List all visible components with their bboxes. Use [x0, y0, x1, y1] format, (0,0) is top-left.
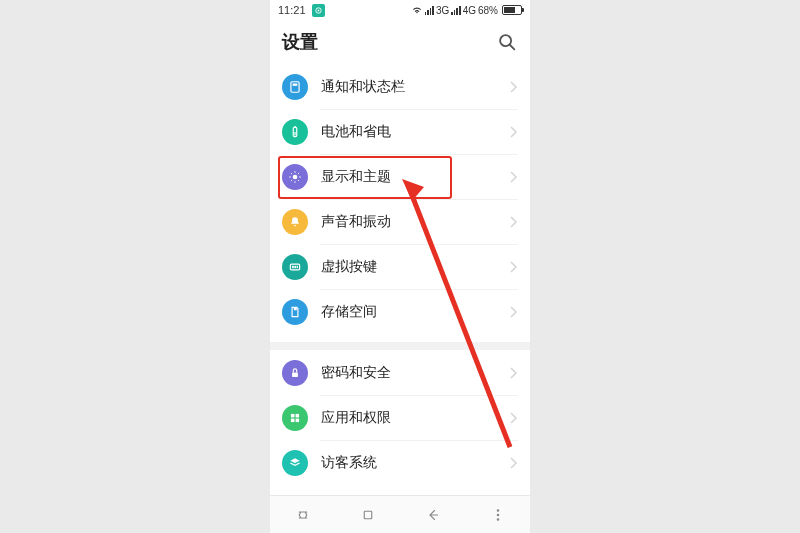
row-label: 存储空间	[321, 303, 510, 321]
svg-line-17	[291, 179, 292, 180]
nav-home-icon[interactable]	[359, 506, 377, 524]
row-label: 密码和安全	[321, 364, 510, 382]
svg-point-9	[293, 174, 298, 179]
signal-4g-icon	[451, 6, 460, 15]
svg-rect-4	[291, 81, 299, 92]
svg-rect-30	[364, 511, 372, 519]
row-security[interactable]: 密码和安全	[270, 350, 530, 395]
chevron-right-icon	[510, 367, 518, 379]
chevron-right-icon	[510, 412, 518, 424]
row-label: 虚拟按键	[321, 258, 510, 276]
search-icon[interactable]	[496, 31, 518, 53]
svg-rect-21	[294, 265, 296, 267]
svg-rect-24	[292, 372, 298, 377]
nav-menu-icon[interactable]	[489, 506, 507, 524]
nav-back-icon[interactable]	[424, 506, 442, 524]
svg-rect-5	[293, 83, 298, 85]
svg-rect-8	[294, 132, 295, 136]
settings-group-2: 密码和安全 应用和权限 访客系统	[270, 350, 530, 485]
status-right: 3G 4G 68%	[411, 4, 522, 16]
header: 设置	[270, 20, 530, 64]
row-battery[interactable]: 电池和省电	[270, 109, 530, 154]
settings-group-1: 通知和状态栏 电池和省电 显示和主题 声音和振动 虚拟按键 存储空间	[270, 64, 530, 334]
row-guest[interactable]: 访客系统	[270, 440, 530, 485]
svg-line-16	[298, 172, 299, 173]
chevron-right-icon	[510, 457, 518, 469]
battery-icon	[502, 5, 522, 15]
svg-rect-28	[296, 418, 300, 422]
row-apps[interactable]: 应用和权限	[270, 395, 530, 440]
chevron-right-icon	[510, 261, 518, 273]
guest-icon	[282, 450, 308, 476]
phone-screen: 11:21 3G 4G 68% 设置 通知和状态栏 电池和省电	[270, 0, 530, 533]
row-label: 声音和振动	[321, 213, 510, 231]
row-display[interactable]: 显示和主题	[270, 154, 530, 199]
svg-point-31	[497, 509, 499, 511]
nav-recent-icon[interactable]	[294, 506, 312, 524]
status-app-icon	[312, 4, 325, 17]
system-navbar	[270, 495, 530, 533]
svg-line-15	[298, 179, 299, 180]
chevron-right-icon	[510, 171, 518, 183]
svg-rect-23	[294, 307, 297, 310]
svg-line-14	[291, 172, 292, 173]
row-label: 显示和主题	[321, 168, 510, 186]
notifications-icon	[282, 74, 308, 100]
signal-3g-label: 3G	[436, 5, 449, 16]
row-navkeys[interactable]: 虚拟按键	[270, 244, 530, 289]
svg-point-1	[317, 9, 319, 11]
svg-rect-7	[294, 126, 296, 127]
security-icon	[282, 360, 308, 386]
sound-icon	[282, 209, 308, 235]
svg-point-32	[497, 514, 499, 516]
row-label: 通知和状态栏	[321, 78, 510, 96]
battery-pct: 68%	[478, 5, 498, 16]
row-notifications[interactable]: 通知和状态栏	[270, 64, 530, 109]
svg-line-3	[510, 45, 515, 50]
navkeys-icon	[282, 254, 308, 280]
row-storage[interactable]: 存储空间	[270, 289, 530, 334]
signal-4g-label: 4G	[463, 5, 476, 16]
chevron-right-icon	[510, 216, 518, 228]
group-separator	[270, 342, 530, 350]
svg-rect-27	[291, 418, 295, 422]
svg-point-18	[294, 224, 296, 226]
chevron-right-icon	[510, 126, 518, 138]
signal-3g-icon	[425, 6, 434, 15]
svg-point-33	[497, 518, 499, 520]
svg-rect-22	[297, 265, 298, 267]
row-label: 应用和权限	[321, 409, 510, 427]
chevron-right-icon	[510, 306, 518, 318]
storage-icon	[282, 299, 308, 325]
row-label: 电池和省电	[321, 123, 510, 141]
row-sound[interactable]: 声音和振动	[270, 199, 530, 244]
svg-rect-26	[296, 413, 300, 417]
svg-rect-20	[292, 265, 294, 267]
page-title: 设置	[282, 30, 496, 54]
apps-icon	[282, 405, 308, 431]
wifi-icon	[411, 4, 423, 16]
status-time: 11:21	[278, 4, 306, 16]
svg-rect-25	[291, 413, 295, 417]
display-icon	[282, 164, 308, 190]
row-label: 访客系统	[321, 454, 510, 472]
chevron-right-icon	[510, 81, 518, 93]
battery-row-icon	[282, 119, 308, 145]
status-bar: 11:21 3G 4G 68%	[270, 0, 530, 20]
